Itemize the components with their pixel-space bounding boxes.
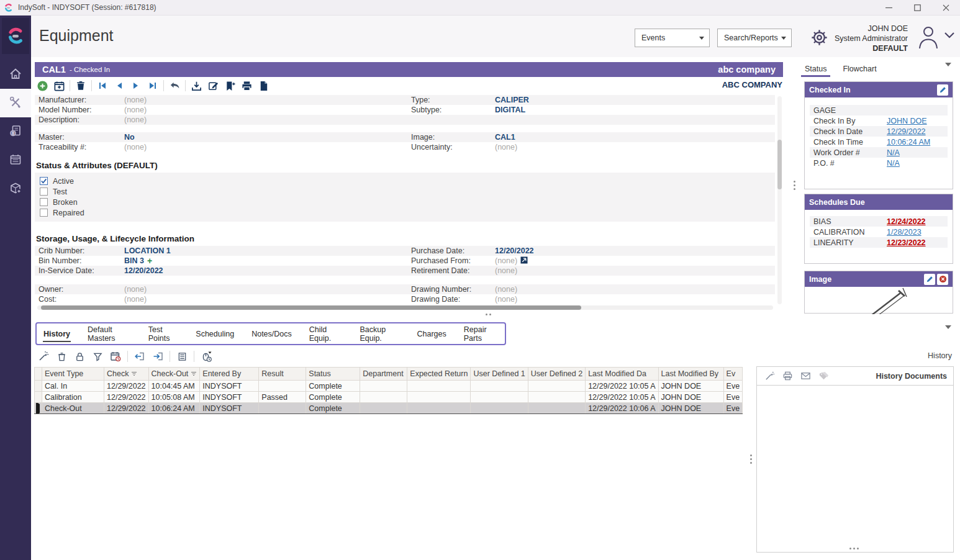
horizontal-splitter-handle[interactable] xyxy=(486,314,491,315)
nav-last-button[interactable] xyxy=(147,79,159,92)
calendar-add-icon[interactable] xyxy=(53,79,65,92)
user-menu-button[interactable] xyxy=(944,32,955,41)
tab-status[interactable]: Status xyxy=(801,63,830,77)
linearity-due-date-link[interactable]: 12/23/2022 xyxy=(887,238,926,247)
checkbox-repaired[interactable] xyxy=(40,209,48,217)
delete-history-icon[interactable] xyxy=(55,350,68,363)
print-icon[interactable] xyxy=(240,79,253,92)
bias-due-date-link[interactable]: 12/24/2022 xyxy=(887,217,926,226)
calendar-clock-icon[interactable] xyxy=(109,350,122,363)
check-in-icon[interactable] xyxy=(152,350,164,363)
attribute-label: Repaired xyxy=(53,209,84,217)
bookmark-add-icon[interactable] xyxy=(224,79,236,92)
checkbox-test[interactable] xyxy=(40,187,48,196)
edit-status-button[interactable] xyxy=(937,84,948,96)
nav-previous-button[interactable] xyxy=(113,79,125,92)
sidebar-item-equipment[interactable] xyxy=(0,89,31,117)
selected-row-arrow-icon xyxy=(36,403,40,414)
tab-repair-parts[interactable]: Repair Parts xyxy=(463,320,499,348)
col-department[interactable]: Department xyxy=(360,368,407,381)
tab-backup-equip[interactable]: Backup Equip. xyxy=(359,320,400,348)
col-result[interactable]: Result xyxy=(259,368,306,381)
col-event-type[interactable]: Event Type xyxy=(42,368,104,381)
grid-splitter-handle[interactable] xyxy=(750,454,752,464)
table-row[interactable]: Calibration12/29/2022 10:05:08 AMINDYSOF… xyxy=(35,392,743,403)
table-row-selected[interactable]: Check-Out12/29/2022 10:06:24 AMINDYSOFT … xyxy=(35,403,743,414)
col-entered-by[interactable]: Entered By xyxy=(200,368,259,381)
scrollbar-thumb[interactable] xyxy=(777,140,782,189)
document-icon[interactable] xyxy=(257,79,269,92)
scrollbar-thumb[interactable] xyxy=(41,305,581,310)
collapse-bottom-caret[interactable] xyxy=(945,325,951,329)
remove-image-button[interactable] xyxy=(937,274,948,285)
calibration-due-date-link[interactable]: 1/28/2023 xyxy=(887,228,922,237)
documents-resize-handle[interactable] xyxy=(849,548,859,549)
col-last-modified-date[interactable]: Last Modified Da xyxy=(586,368,658,381)
form-vertical-scrollbar[interactable] xyxy=(777,96,782,304)
col-check-out[interactable]: Check-Out xyxy=(148,368,200,381)
col-status[interactable]: Status xyxy=(306,368,360,381)
col-event[interactable]: Ev xyxy=(723,368,743,381)
open-vendor-icon[interactable] xyxy=(520,256,528,266)
avatar[interactable] xyxy=(915,24,941,51)
minimize-button[interactable] xyxy=(874,0,903,16)
add-record-button[interactable] xyxy=(36,79,48,92)
work-order-link[interactable]: N/A xyxy=(887,148,900,157)
audit-history-icon[interactable] xyxy=(200,350,212,363)
collapse-panel-caret[interactable] xyxy=(945,63,951,66)
tab-scheduling[interactable]: Scheduling xyxy=(195,324,235,344)
field-label: Cost: xyxy=(38,295,124,304)
col-expected-return[interactable]: Expected Return xyxy=(407,368,471,381)
print-documents-icon[interactable] xyxy=(781,370,794,382)
col-check[interactable]: Check xyxy=(104,368,149,381)
tab-child-equip[interactable]: Child Equip. xyxy=(309,320,343,348)
status-flowchart-tabs: Status Flowchart xyxy=(801,63,881,77)
email-icon[interactable] xyxy=(799,370,812,382)
nav-first-button[interactable] xyxy=(96,79,109,92)
tab-history[interactable]: History xyxy=(43,324,71,344)
form-horizontal-scrollbar[interactable] xyxy=(37,305,773,310)
check-in-date-link[interactable]: 12/29/2022 xyxy=(887,127,926,136)
tab-charges[interactable]: Charges xyxy=(417,324,447,344)
search-reports-dropdown[interactable]: Search/Reports xyxy=(717,29,792,47)
check-in-record-icon[interactable] xyxy=(190,79,202,92)
col-user-defined-1[interactable]: User Defined 1 xyxy=(471,368,528,381)
po-number-link[interactable]: N/A xyxy=(887,159,900,168)
nav-next-button[interactable] xyxy=(130,79,142,92)
tab-default-masters[interactable]: Default Masters xyxy=(87,320,132,348)
field-value: 12/20/2022 xyxy=(124,266,163,275)
edit-record-icon[interactable] xyxy=(207,79,219,92)
events-dropdown[interactable]: Events xyxy=(635,29,710,47)
equipment-image[interactable] xyxy=(805,287,953,314)
list-view-icon[interactable] xyxy=(176,350,188,363)
delete-record-button[interactable] xyxy=(75,79,87,92)
sidebar-item-scheduling[interactable] xyxy=(0,146,31,174)
col-user-defined-2[interactable]: User Defined 2 xyxy=(528,368,585,381)
edit-image-button[interactable] xyxy=(924,274,935,285)
tab-test-points[interactable]: Test Points xyxy=(148,320,179,348)
maximize-button[interactable] xyxy=(903,0,931,16)
tags-icon[interactable] xyxy=(817,370,830,382)
sidebar-item-home[interactable] xyxy=(0,60,31,89)
table-row[interactable]: Cal. In12/29/2022 10:04:45 AMINDYSOFT Co… xyxy=(35,381,743,392)
tab-flowchart[interactable]: Flowchart xyxy=(839,63,880,77)
wand-icon[interactable] xyxy=(37,350,50,363)
wand-icon[interactable] xyxy=(763,370,776,382)
add-bin-icon[interactable]: + xyxy=(147,258,152,264)
filter-icon[interactable] xyxy=(91,350,104,363)
sidebar-item-inventory[interactable] xyxy=(0,174,31,203)
col-last-modified-by[interactable]: Last Modified By xyxy=(658,368,723,381)
checkbox-broken[interactable] xyxy=(40,198,48,206)
tab-notes-docs[interactable]: Notes/Docs xyxy=(251,324,292,344)
close-button[interactable] xyxy=(931,0,960,16)
check-in-by-link[interactable]: JOHN DOE xyxy=(887,117,927,125)
lock-icon[interactable] xyxy=(73,350,86,363)
check-in-time-link[interactable]: 10:06:24 AM xyxy=(887,138,930,147)
checkbox-active[interactable] xyxy=(40,177,48,185)
undo-button[interactable] xyxy=(168,79,181,92)
check-out-icon[interactable] xyxy=(134,350,146,363)
field-row: Master:No Image:CAL1 xyxy=(35,132,775,142)
sidebar-item-billing[interactable]: $ xyxy=(0,117,31,146)
vertical-splitter-handle[interactable] xyxy=(794,181,795,190)
invoice-icon: $ xyxy=(9,124,22,140)
